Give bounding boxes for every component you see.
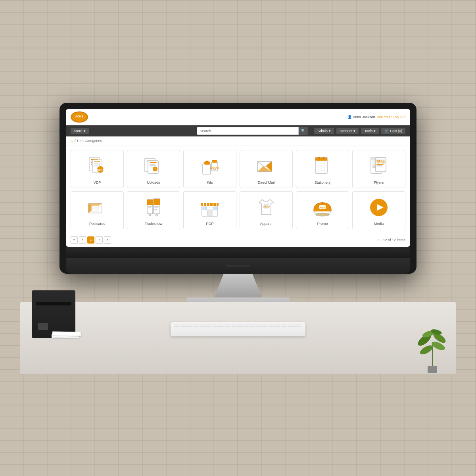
power-light [226, 265, 250, 267]
pop-label: POP [206, 222, 213, 226]
pop-icon [198, 196, 222, 219]
category-item-media[interactable]: Media [352, 191, 405, 229]
monitor-chin [66, 258, 410, 274]
category-grid: VDP VDP ↑ Uploads LOGO Kits Direct Mail [71, 150, 405, 229]
page-first-button[interactable]: « [71, 236, 78, 244]
svg-rect-63 [148, 206, 152, 207]
account-button[interactable]: Account ▾ [336, 128, 359, 134]
kits-icon: LOGO [198, 154, 222, 178]
svg-rect-94 [428, 366, 437, 373]
not-you-link[interactable]: Not You? [377, 115, 392, 119]
svg-rect-82 [203, 207, 207, 210]
plant-svg [416, 294, 448, 374]
category-item-promo[interactable]: logo Promo [296, 191, 349, 229]
store-button[interactable]: Store ▾ [71, 128, 89, 134]
keyboard [171, 322, 305, 336]
vdp-icon: VDP [85, 154, 109, 178]
svg-line-71 [150, 214, 151, 216]
svg-rect-35 [323, 157, 324, 159]
svg-rect-17 [150, 165, 156, 166]
svg-text:VDP: VDP [97, 168, 104, 172]
page-last-button[interactable]: » [104, 236, 111, 244]
category-item-postcards[interactable]: Postcards [71, 191, 124, 229]
printer [32, 290, 75, 338]
papers [52, 334, 83, 339]
uploads-icon: ↑ [142, 154, 165, 178]
promo-icon: logo [311, 196, 334, 219]
svg-rect-54 [376, 165, 382, 166]
pagination: « ‹ 1 › » 1 - 12 of 12 items [66, 233, 410, 247]
page-prev-button[interactable]: ‹ [79, 236, 86, 244]
category-item-apparel[interactable]: LOGO Apparel [240, 191, 293, 229]
svg-rect-53 [376, 164, 384, 165]
category-item-tradeshow[interactable]: Tradeshow [127, 191, 180, 229]
vdp-label: VDP [94, 180, 101, 184]
svg-text:OFFERS: OFFERS [377, 161, 385, 164]
breadcrumb-current: Part Categories [77, 139, 102, 143]
page-1-button[interactable]: 1 [87, 236, 94, 244]
svg-rect-22 [206, 161, 208, 162]
svg-point-88 [315, 213, 330, 216]
svg-rect-64 [148, 207, 151, 208]
category-area: VDP VDP ↑ Uploads LOGO Kits Direct Mail [66, 146, 410, 233]
svg-rect-15 [150, 162, 157, 163]
desk [20, 302, 456, 374]
monitor-bezel [66, 247, 410, 258]
search-area: 🔍 [197, 127, 308, 135]
promo-label: Promo [317, 222, 328, 226]
search-input[interactable] [197, 127, 299, 135]
page-next-button[interactable]: › [96, 236, 103, 244]
plant [416, 294, 448, 374]
nav-right: Admin ▾ Account ▾ Tools ▾ [314, 128, 405, 134]
direct-mail-label: Direct Mail [258, 180, 275, 184]
svg-text:LOGO: LOGO [263, 205, 270, 208]
nav-bar: Store ▾ 🔍 Admin ▾ [66, 125, 410, 136]
svg-line-73 [157, 214, 158, 216]
svg-rect-69 [154, 209, 157, 210]
printer-slot [36, 302, 71, 305]
apparel-icon: LOGO [254, 196, 278, 219]
category-item-vdp[interactable]: VDP VDP [71, 150, 124, 188]
category-item-direct-mail[interactable]: Direct Mail [240, 150, 293, 188]
logout-link[interactable]: Log Out [393, 115, 405, 119]
direct-mail-icon [254, 154, 278, 178]
category-item-flyers[interactable]: SPECIAL OFFERS Flyers [352, 150, 405, 188]
home-icon[interactable]: ⌂ [71, 139, 73, 143]
flyers-icon: SPECIAL OFFERS [367, 154, 391, 178]
chevron-down-icon: ▾ [374, 129, 376, 133]
category-item-kits[interactable]: LOGO Kits [183, 150, 236, 188]
stand-neck [214, 274, 262, 298]
media-icon [367, 196, 391, 219]
tools-button[interactable]: Tools ▾ [361, 128, 379, 134]
svg-rect-24 [212, 160, 217, 163]
stationery-icon [311, 154, 334, 178]
search-button[interactable]: 🔍 [299, 127, 308, 135]
svg-rect-87 [314, 210, 331, 211]
tradeshow-label: Tradeshow [145, 222, 162, 226]
svg-rect-81 [207, 210, 212, 216]
svg-rect-16 [150, 164, 155, 165]
user-icon: 👤 [347, 115, 352, 119]
postcards-icon [85, 196, 109, 219]
svg-rect-6 [94, 161, 100, 162]
category-item-pop[interactable]: POP [183, 191, 236, 229]
svg-rect-83 [213, 207, 217, 210]
admin-button[interactable]: Admin ▾ [314, 128, 334, 134]
svg-rect-33 [315, 157, 327, 161]
cart-button[interactable]: 🛒 Cart (0) [381, 128, 405, 134]
category-item-stationery[interactable]: Stationery [296, 150, 349, 188]
chevron-down-icon: ▾ [353, 129, 355, 133]
svg-rect-20 [203, 164, 211, 174]
paper-3 [52, 331, 80, 336]
svg-text:logo: logo [320, 206, 325, 209]
media-label: Media [374, 222, 384, 226]
website-ui: ACME 👤 Anna Jackson Not You? Log Out [66, 109, 410, 247]
chevron-down-icon: ▾ [329, 129, 331, 133]
svg-rect-55 [376, 167, 383, 167]
svg-rect-66 [154, 199, 160, 205]
chevron-down-icon: ▾ [84, 129, 86, 133]
category-item-uploads[interactable]: ↑ Uploads [127, 150, 180, 188]
stationery-label: Stationery [315, 180, 331, 184]
svg-point-91 [322, 202, 323, 204]
user-info: 👤 Anna Jackson Not You? Log Out [347, 115, 405, 119]
